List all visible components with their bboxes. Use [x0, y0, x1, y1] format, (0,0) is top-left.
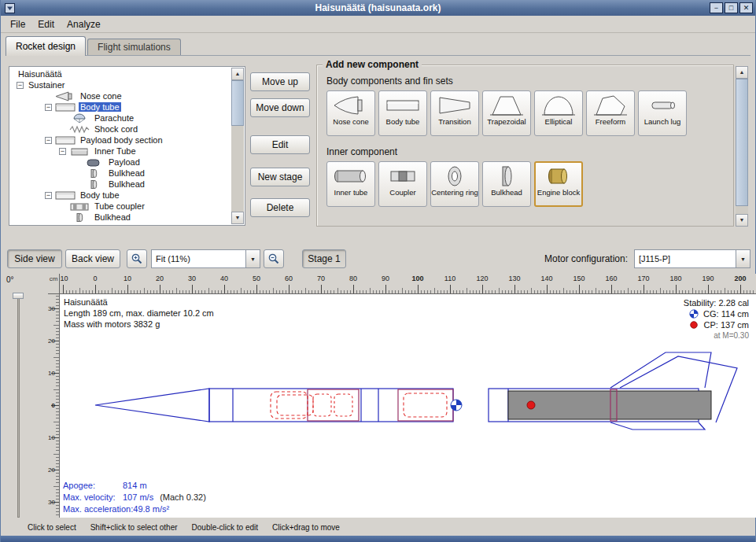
cg-marker [451, 400, 462, 411]
rotation-slider-thumb[interactable] [13, 293, 24, 299]
rocket-view-canvas[interactable]: Haisunäätä Length 189 cm, max. diameter … [60, 294, 756, 518]
launch-lug-button[interactable]: Launch lug [638, 90, 687, 136]
zoom-level-select[interactable]: Fit (11%) ▼ [151, 249, 260, 268]
centering-ring-button[interactable]: Centering ring [430, 161, 479, 207]
tree-row[interactable]: Shock cord [10, 124, 231, 135]
bulkhead-button[interactable]: Bulkhead [482, 161, 531, 207]
scrollbar-thumb[interactable] [231, 80, 244, 126]
tree-row[interactable]: Bulkhead [10, 212, 231, 223]
tree-expander-icon[interactable]: − [45, 137, 52, 144]
tree-row[interactable]: −Sustainer [10, 79, 231, 90]
tree-expander-icon[interactable]: − [17, 82, 24, 89]
status-hint: Click to select [28, 523, 76, 532]
bulkhead-icon [69, 212, 90, 223]
minimize-icon[interactable]: − [710, 2, 723, 13]
chevron-down-icon[interactable]: ▼ [736, 250, 750, 267]
vertical-ruler: -30-20-100102030 [48, 294, 60, 518]
scroll-up-icon[interactable]: ▲ [231, 68, 244, 80]
tree-row[interactable]: Payload [10, 157, 231, 168]
tree-label: Haisunäätä [17, 69, 64, 79]
inner-tube-icon [333, 164, 369, 189]
move-up-button[interactable]: Move up [250, 72, 310, 91]
zoom-in-button[interactable] [127, 249, 147, 268]
zoom-level-value: Fit (11%) [152, 254, 245, 264]
rotation-slider[interactable] [12, 293, 24, 518]
side-view-button[interactable]: Side view [7, 249, 62, 268]
close-icon[interactable]: ✕ [739, 2, 753, 13]
tree-expander-icon[interactable]: − [45, 192, 52, 199]
maximize-icon[interactable]: □ [725, 2, 738, 13]
window-title: Haisunäätä (haisunaata.ork) [1, 0, 755, 16]
ruler-label: -20 [48, 337, 55, 345]
freeform-icon [592, 93, 629, 118]
tree-expander-icon[interactable]: − [45, 104, 52, 111]
title-bar[interactable]: Haisunäätä (haisunaata.ork) − □ ✕ [1, 0, 755, 16]
elliptical-button[interactable]: Elliptical [534, 90, 583, 136]
flight-stat-row: Max. velocity:107 m/s(Mach 0.32) [63, 492, 206, 503]
magnifier-minus-icon [267, 253, 280, 265]
tree-row[interactable]: −Body tube [10, 101, 231, 112]
ruler-label: 180 [669, 275, 681, 282]
move-down-button[interactable]: Move down [250, 98, 310, 117]
zoom-out-button[interactable] [264, 249, 284, 268]
freeform-button[interactable]: Freeform [586, 90, 635, 136]
tree-row[interactable]: Haisunäätä [10, 68, 231, 79]
tree-row[interactable]: Bulkhead [10, 179, 231, 190]
ruler-label: 40 [220, 275, 228, 282]
rocket-dimensions: Length 189 cm, max. diameter 10.2 cm [64, 308, 214, 319]
nose-cone-button[interactable]: Nose cone [326, 90, 375, 136]
add-panel-scrollbar[interactable]: ▲ ▼ [736, 66, 748, 227]
tree-label: Payload [107, 157, 142, 167]
tree-scrollbar[interactable]: ▲ ▼ [231, 68, 244, 224]
launch-lug-icon [644, 93, 680, 118]
ruler-label: 190 [702, 275, 714, 282]
ruler-label: -10 [48, 370, 55, 377]
coupler-button[interactable]: Coupler [378, 161, 427, 207]
centering-ring-icon [437, 164, 473, 189]
new-stage-button[interactable]: New stage [250, 168, 310, 186]
stage-1-button[interactable]: Stage 1 [302, 249, 346, 268]
tree-row[interactable]: Bulkhead [10, 168, 231, 179]
menu-analyze[interactable]: Analyze [61, 17, 107, 31]
body-tube-button[interactable]: Body tube [378, 90, 427, 136]
tree-expander-icon[interactable]: − [59, 148, 66, 155]
scroll-down-icon[interactable]: ▼ [736, 214, 748, 227]
tree-row[interactable]: −Payload body section [10, 135, 231, 146]
bodytube-icon [55, 190, 76, 201]
bulkhead-icon [83, 179, 104, 190]
tree-row[interactable]: Nose cone [10, 90, 231, 101]
back-view-button[interactable]: Back view [65, 249, 120, 268]
tree-row[interactable]: Tube coupler [10, 201, 231, 212]
magnifier-plus-icon [131, 253, 143, 265]
tab-rocket-design[interactable]: Rocket design [6, 36, 86, 56]
tree-row[interactable]: Parachute [10, 112, 231, 124]
component-section-label: Body components and fin sets [326, 76, 733, 87]
engine-block-button[interactable]: Engine block [534, 161, 583, 207]
action-buttons: Move upMove downEditNew stageDelete [250, 66, 311, 226]
coupler-icon [69, 201, 90, 212]
trapezoidal-icon [489, 93, 525, 118]
chevron-down-icon[interactable]: ▼ [245, 250, 260, 267]
motor-body [508, 391, 711, 419]
tab-flight-simulations[interactable]: Flight simulations [87, 39, 181, 55]
tree-label: Payload body section [79, 135, 164, 145]
tree-row[interactable]: −Body tube [10, 190, 231, 201]
nosecone-icon [55, 91, 76, 101]
menu-file[interactable]: File [4, 17, 31, 31]
tree-label: Shock cord [93, 124, 139, 134]
scroll-down-icon[interactable]: ▼ [231, 212, 244, 224]
scrollbar-thumb[interactable] [736, 79, 748, 206]
flight-stat-row: Max. acceleration:49.8 m/s² [63, 503, 206, 515]
transition-button[interactable]: Transition [430, 90, 479, 136]
trapezoidal-button[interactable]: Trapezoidal [482, 90, 531, 136]
inner-tube-button[interactable]: Inner tube [326, 161, 375, 207]
tree-row[interactable]: −Inner Tube [10, 146, 231, 157]
tree-label: Inner Tube [93, 146, 138, 156]
menu-edit[interactable]: Edit [31, 17, 61, 31]
parachute-icon [69, 113, 90, 124]
bodytube-icon [55, 102, 76, 112]
motor-configuration-select[interactable]: [J115-P] ▼ [634, 249, 750, 268]
edit-button[interactable]: Edit [250, 135, 310, 154]
scroll-up-icon[interactable]: ▲ [736, 66, 748, 79]
delete-button[interactable]: Delete [250, 198, 310, 217]
